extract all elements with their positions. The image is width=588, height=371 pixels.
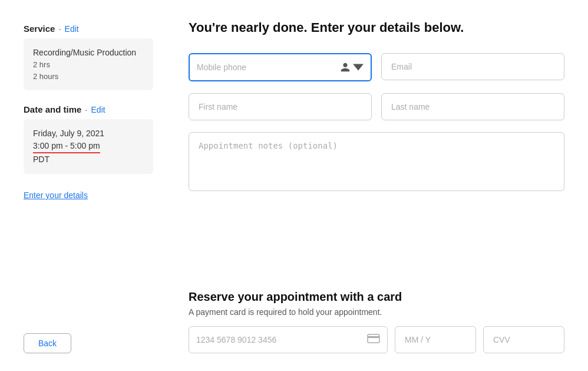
svg-rect-0 <box>368 334 379 343</box>
phone-field-wrapper <box>189 53 372 81</box>
service-duration-hours: 2 hours <box>33 71 144 83</box>
notes-input[interactable] <box>189 132 564 191</box>
email-input[interactable] <box>381 53 564 80</box>
sidebar: Service · Edit Recording/Music Productio… <box>24 18 153 353</box>
time-span: 3:00 pm - 5:00 pm <box>33 140 100 153</box>
first-name-input[interactable] <box>189 93 372 120</box>
card-number-input[interactable] <box>196 327 367 353</box>
card-section-subtitle: A payment card is required to hold your … <box>189 307 564 317</box>
datetime-heading: Date and time · Edit <box>24 104 153 114</box>
datetime-section: Date and time · Edit Friday, July 9, 202… <box>24 104 153 174</box>
service-duration-hrs: 2 hrs <box>33 59 144 71</box>
person-icon <box>340 62 351 73</box>
enter-details-link[interactable]: Enter your details <box>24 191 153 200</box>
timezone: PDT <box>33 153 144 166</box>
back-button[interactable]: Back <box>24 333 71 353</box>
svg-rect-1 <box>368 336 379 338</box>
main-content: You're nearly done. Enter your details b… <box>189 18 564 353</box>
phone-email-row <box>189 53 564 81</box>
card-section: Reserve your appointment with a card A p… <box>189 290 564 353</box>
cvv-input[interactable] <box>483 326 564 353</box>
credit-card-icon <box>367 334 380 346</box>
back-button-area: Back <box>24 321 153 353</box>
datetime-heading-label: Date and time <box>24 104 81 114</box>
expiry-input[interactable] <box>395 326 476 353</box>
last-name-input[interactable] <box>381 93 564 120</box>
service-section: Service · Edit Recording/Music Productio… <box>24 24 153 90</box>
chevron-down-icon <box>353 62 364 73</box>
notes-field <box>189 132 564 278</box>
phone-input-container[interactable] <box>189 53 372 81</box>
page-title: You're nearly done. Enter your details b… <box>189 20 564 35</box>
service-edit-link[interactable]: Edit <box>65 24 79 34</box>
card-section-title: Reserve your appointment with a card <box>189 290 564 304</box>
service-info-card: Recording/Music Production 2 hrs 2 hours <box>24 38 153 90</box>
name-row <box>189 93 564 120</box>
card-number-field[interactable] <box>189 326 388 353</box>
first-name-field <box>189 93 372 120</box>
service-heading: Service · Edit <box>24 24 153 34</box>
phone-input[interactable] <box>197 54 340 80</box>
datetime-edit-link[interactable]: Edit <box>91 105 105 114</box>
phone-flag-icon[interactable] <box>340 62 364 73</box>
payment-row <box>189 326 564 353</box>
service-heading-label: Service <box>24 24 55 34</box>
email-field-wrapper <box>381 53 564 81</box>
date-line: Friday, July 9, 2021 <box>33 127 144 140</box>
time-line: 3:00 pm - 5:00 pm <box>33 140 144 153</box>
service-name: Recording/Music Production <box>33 47 144 59</box>
last-name-field <box>381 93 564 120</box>
datetime-info-card: Friday, July 9, 2021 3:00 pm - 5:00 pm P… <box>24 119 153 174</box>
